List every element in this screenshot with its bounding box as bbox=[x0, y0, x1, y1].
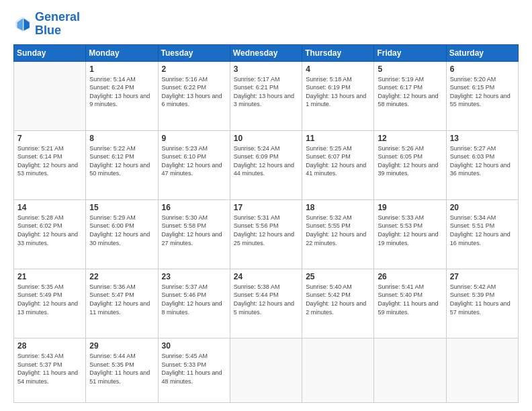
day-number: 6 bbox=[450, 64, 515, 74]
day-cell: 19Sunrise: 5:33 AMSunset: 5:53 PMDayligh… bbox=[374, 199, 446, 269]
day-header-saturday: Saturday bbox=[446, 44, 518, 61]
day-cell: 25Sunrise: 5:40 AMSunset: 5:42 PMDayligh… bbox=[302, 269, 374, 338]
day-info: Sunrise: 5:31 AMSunset: 5:56 PMDaylight:… bbox=[234, 214, 298, 247]
week-row-4: 21Sunrise: 5:35 AMSunset: 5:49 PMDayligh… bbox=[14, 269, 519, 338]
week-row-2: 7Sunrise: 5:21 AMSunset: 6:14 PMDaylight… bbox=[14, 130, 519, 199]
week-row-3: 14Sunrise: 5:28 AMSunset: 6:02 PMDayligh… bbox=[14, 199, 519, 269]
day-cell bbox=[302, 338, 374, 402]
day-number: 15 bbox=[89, 203, 154, 212]
header-row: SundayMondayTuesdayWednesdayThursdayFrid… bbox=[14, 44, 519, 61]
day-cell: 21Sunrise: 5:35 AMSunset: 5:49 PMDayligh… bbox=[14, 269, 86, 338]
day-cell: 20Sunrise: 5:34 AMSunset: 5:51 PMDayligh… bbox=[446, 199, 518, 269]
page: General Blue SundayMondayTuesdayWednesda… bbox=[0, 0, 532, 411]
day-cell: 16Sunrise: 5:30 AMSunset: 5:58 PMDayligh… bbox=[158, 199, 230, 269]
day-number: 7 bbox=[17, 134, 82, 143]
day-info: Sunrise: 5:26 AMSunset: 6:05 PMDaylight:… bbox=[378, 144, 442, 178]
logo-icon bbox=[13, 15, 32, 34]
day-number: 30 bbox=[162, 341, 226, 351]
day-number: 14 bbox=[17, 203, 82, 212]
day-info: Sunrise: 5:23 AMSunset: 6:10 PMDaylight:… bbox=[162, 144, 226, 178]
calendar: SundayMondayTuesdayWednesdayThursdayFrid… bbox=[13, 44, 519, 403]
day-info: Sunrise: 5:42 AMSunset: 5:39 PMDaylight:… bbox=[450, 283, 515, 316]
day-cell: 27Sunrise: 5:42 AMSunset: 5:39 PMDayligh… bbox=[446, 269, 518, 338]
day-info: Sunrise: 5:35 AMSunset: 5:49 PMDaylight:… bbox=[17, 283, 82, 316]
day-cell: 6Sunrise: 5:20 AMSunset: 6:15 PMDaylight… bbox=[446, 61, 518, 130]
day-number: 8 bbox=[89, 134, 154, 143]
day-cell: 23Sunrise: 5:37 AMSunset: 5:46 PMDayligh… bbox=[158, 269, 230, 338]
day-number: 21 bbox=[17, 272, 82, 281]
day-cell: 22Sunrise: 5:36 AMSunset: 5:47 PMDayligh… bbox=[86, 269, 158, 338]
day-header-monday: Monday bbox=[86, 44, 158, 61]
day-cell: 13Sunrise: 5:27 AMSunset: 6:03 PMDayligh… bbox=[446, 130, 518, 199]
day-number: 16 bbox=[162, 203, 226, 212]
day-header-sunday: Sunday bbox=[14, 44, 86, 61]
day-info: Sunrise: 5:38 AMSunset: 5:44 PMDaylight:… bbox=[234, 283, 298, 316]
day-number: 27 bbox=[450, 272, 515, 281]
day-number: 29 bbox=[89, 341, 154, 351]
day-info: Sunrise: 5:36 AMSunset: 5:47 PMDaylight:… bbox=[89, 283, 154, 316]
day-info: Sunrise: 5:32 AMSunset: 5:55 PMDaylight:… bbox=[306, 214, 370, 247]
day-cell: 17Sunrise: 5:31 AMSunset: 5:56 PMDayligh… bbox=[230, 199, 302, 269]
day-number: 28 bbox=[17, 341, 82, 351]
day-info: Sunrise: 5:29 AMSunset: 6:00 PMDaylight:… bbox=[89, 214, 154, 247]
day-info: Sunrise: 5:28 AMSunset: 6:02 PMDaylight:… bbox=[17, 214, 82, 247]
day-cell: 15Sunrise: 5:29 AMSunset: 6:00 PMDayligh… bbox=[86, 199, 158, 269]
day-number: 23 bbox=[162, 272, 226, 281]
header: General Blue bbox=[13, 11, 519, 38]
day-info: Sunrise: 5:14 AMSunset: 6:24 PMDaylight:… bbox=[89, 75, 154, 109]
day-number: 25 bbox=[306, 272, 370, 281]
day-info: Sunrise: 5:40 AMSunset: 5:42 PMDaylight:… bbox=[306, 283, 370, 316]
day-info: Sunrise: 5:22 AMSunset: 6:12 PMDaylight:… bbox=[89, 144, 154, 178]
day-number: 26 bbox=[378, 272, 442, 281]
day-number: 13 bbox=[450, 134, 515, 143]
day-cell bbox=[374, 338, 446, 402]
day-number: 18 bbox=[306, 203, 370, 212]
day-info: Sunrise: 5:30 AMSunset: 5:58 PMDaylight:… bbox=[162, 214, 226, 247]
day-info: Sunrise: 5:33 AMSunset: 5:53 PMDaylight:… bbox=[378, 214, 442, 247]
day-info: Sunrise: 5:41 AMSunset: 5:40 PMDaylight:… bbox=[378, 283, 442, 316]
day-cell: 9Sunrise: 5:23 AMSunset: 6:10 PMDaylight… bbox=[158, 130, 230, 199]
day-info: Sunrise: 5:45 AMSunset: 5:33 PMDaylight:… bbox=[162, 352, 226, 385]
day-number: 12 bbox=[378, 134, 442, 143]
week-row-5: 28Sunrise: 5:43 AMSunset: 5:37 PMDayligh… bbox=[14, 338, 519, 402]
day-header-tuesday: Tuesday bbox=[158, 44, 230, 61]
day-number: 22 bbox=[89, 272, 154, 281]
day-info: Sunrise: 5:44 AMSunset: 5:35 PMDaylight:… bbox=[89, 352, 154, 385]
day-cell: 4Sunrise: 5:18 AMSunset: 6:19 PMDaylight… bbox=[302, 61, 374, 130]
day-cell bbox=[230, 338, 302, 402]
day-info: Sunrise: 5:43 AMSunset: 5:37 PMDaylight:… bbox=[17, 352, 82, 385]
day-info: Sunrise: 5:37 AMSunset: 5:46 PMDaylight:… bbox=[162, 283, 226, 316]
day-cell: 3Sunrise: 5:17 AMSunset: 6:21 PMDaylight… bbox=[230, 61, 302, 130]
day-number: 19 bbox=[378, 203, 442, 212]
day-number: 17 bbox=[234, 203, 298, 212]
day-number: 4 bbox=[306, 64, 370, 74]
day-number: 11 bbox=[306, 134, 370, 143]
day-number: 3 bbox=[234, 64, 298, 74]
day-cell: 30Sunrise: 5:45 AMSunset: 5:33 PMDayligh… bbox=[158, 338, 230, 402]
day-header-thursday: Thursday bbox=[302, 44, 374, 61]
day-cell: 14Sunrise: 5:28 AMSunset: 6:02 PMDayligh… bbox=[14, 199, 86, 269]
day-info: Sunrise: 5:17 AMSunset: 6:21 PMDaylight:… bbox=[234, 75, 298, 109]
day-cell bbox=[14, 61, 86, 130]
day-header-friday: Friday bbox=[374, 44, 446, 61]
day-number: 9 bbox=[162, 134, 226, 143]
day-info: Sunrise: 5:24 AMSunset: 6:09 PMDaylight:… bbox=[234, 144, 298, 178]
day-info: Sunrise: 5:25 AMSunset: 6:07 PMDaylight:… bbox=[306, 144, 370, 178]
logo-text: General Blue bbox=[35, 11, 80, 38]
day-header-wednesday: Wednesday bbox=[230, 44, 302, 61]
day-cell: 24Sunrise: 5:38 AMSunset: 5:44 PMDayligh… bbox=[230, 269, 302, 338]
day-info: Sunrise: 5:34 AMSunset: 5:51 PMDaylight:… bbox=[450, 214, 515, 247]
day-info: Sunrise: 5:27 AMSunset: 6:03 PMDaylight:… bbox=[450, 144, 515, 178]
day-number: 24 bbox=[234, 272, 298, 281]
day-cell: 18Sunrise: 5:32 AMSunset: 5:55 PMDayligh… bbox=[302, 199, 374, 269]
day-cell: 2Sunrise: 5:16 AMSunset: 6:22 PMDaylight… bbox=[158, 61, 230, 130]
day-info: Sunrise: 5:18 AMSunset: 6:19 PMDaylight:… bbox=[306, 75, 370, 109]
day-info: Sunrise: 5:19 AMSunset: 6:17 PMDaylight:… bbox=[378, 75, 442, 109]
day-info: Sunrise: 5:21 AMSunset: 6:14 PMDaylight:… bbox=[17, 144, 82, 178]
day-cell: 8Sunrise: 5:22 AMSunset: 6:12 PMDaylight… bbox=[86, 130, 158, 199]
day-number: 5 bbox=[378, 64, 442, 74]
day-cell: 29Sunrise: 5:44 AMSunset: 5:35 PMDayligh… bbox=[86, 338, 158, 402]
day-number: 1 bbox=[89, 64, 154, 74]
week-row-1: 1Sunrise: 5:14 AMSunset: 6:24 PMDaylight… bbox=[14, 61, 519, 130]
day-info: Sunrise: 5:20 AMSunset: 6:15 PMDaylight:… bbox=[450, 75, 515, 109]
